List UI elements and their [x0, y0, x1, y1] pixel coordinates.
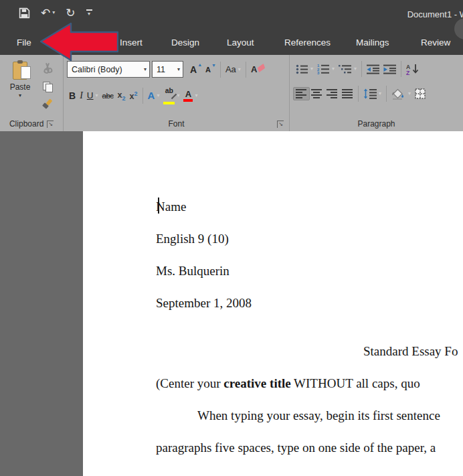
font-group: Calibri (Body) ▾ 11 ▾ A ▲ A ▼ Aa — [63, 55, 289, 131]
bullets-button[interactable]: ▾ — [294, 63, 315, 76]
line-spacing-button[interactable]: ▾ — [361, 87, 383, 100]
doc-line-date: September 1, 2008 — [156, 296, 252, 311]
text-effects-button[interactable]: A ▾ — [146, 88, 162, 102]
repeat-button[interactable]: ↻ — [66, 7, 75, 19]
borders-button[interactable] — [413, 87, 428, 100]
justify-icon — [342, 89, 353, 98]
save-icon — [19, 7, 30, 19]
paragraph-label-text: Paragraph — [357, 119, 395, 129]
save-button[interactable] — [19, 7, 30, 19]
increase-indent-icon — [383, 64, 396, 74]
increase-indent-button[interactable] — [381, 63, 398, 76]
customize-quick-access-button[interactable]: ▾ — [86, 9, 92, 17]
font-group-label: Font — [64, 119, 289, 129]
clipboard-dialog-launcher[interactable]: ↘ — [47, 121, 54, 128]
window-title: Document1 - W — [407, 9, 463, 19]
doc-line-class: English 9 (10) — [156, 232, 229, 246]
tab-review[interactable]: Review — [421, 37, 450, 48]
highlight-color-button[interactable]: ab ▾ — [161, 86, 181, 106]
copy-button[interactable] — [40, 80, 55, 93]
tab-insert[interactable]: Insert — [120, 37, 143, 48]
doc-line-name: Name — [156, 200, 186, 214]
font-size-value: 11 — [157, 65, 165, 74]
bold-button[interactable]: B — [67, 89, 78, 102]
font-row-2: B I U ▾ abc x2 x2 A ▾ — [67, 86, 199, 106]
align-left-icon — [296, 89, 307, 98]
underline-button[interactable]: U ▾ — [85, 89, 100, 102]
bold-icon: B — [69, 90, 76, 101]
decrease-indent-button[interactable] — [365, 63, 381, 76]
align-center-button[interactable] — [309, 88, 325, 100]
format-painter-icon — [42, 99, 53, 110]
document-page[interactable]: Name English 9 (10) Ms. Bulquerin Septem… — [83, 131, 463, 476]
font-size-combo[interactable]: 11 ▾ — [152, 61, 183, 78]
ribbon-tab-row: File Insert Design Layout References Mai… — [0, 25, 463, 55]
divider — [386, 86, 387, 102]
align-right-icon — [327, 89, 338, 98]
subscript-icon: x2 — [118, 90, 126, 102]
font-color-button[interactable]: A ▾ — [181, 88, 199, 103]
grow-font-button[interactable]: A ▲ — [188, 63, 203, 76]
paste-clipboard-icon — [13, 62, 27, 80]
change-case-dropdown-icon: ▾ — [238, 67, 241, 72]
multilevel-list-button[interactable]: ▾ — [337, 63, 359, 76]
numbering-icon: 1 2 3 — [317, 64, 330, 74]
font-dialog-launcher[interactable]: ↘ — [277, 121, 284, 128]
cut-button[interactable] — [40, 62, 55, 75]
quick-access-toolbar: ↶ ▾ ↻ ▾ — [19, 4, 92, 21]
numbering-button[interactable]: 1 2 3 ▾ — [315, 62, 337, 76]
shading-button[interactable]: ▾ — [389, 87, 413, 101]
superscript-button[interactable]: x2 — [128, 89, 140, 102]
divider — [401, 61, 401, 77]
change-case-button[interactable]: Aa ▾ — [223, 63, 243, 76]
center-prefix: (Center your — [156, 376, 223, 390]
clipboard-label-text: Clipboard — [9, 119, 43, 129]
sort-icon: A Z — [406, 64, 420, 75]
subscript-button[interactable]: x2 — [116, 89, 128, 103]
align-center-icon — [311, 89, 322, 98]
tab-design[interactable]: Design — [171, 37, 199, 48]
doc-line-body-1: When typing your essay, begin its first … — [197, 408, 440, 423]
line-spacing-icon — [363, 88, 377, 99]
shrink-font-icon: A — [205, 66, 211, 74]
format-painter-button[interactable] — [40, 98, 55, 111]
tab-file[interactable]: File — [17, 37, 31, 48]
paste-button[interactable]: Paste ▾ — [5, 60, 35, 112]
copy-icon — [43, 82, 52, 92]
font-row-1: Calibri (Body) ▾ 11 ▾ A ▲ A ▼ Aa — [67, 61, 264, 78]
borders-icon — [415, 88, 426, 99]
doc-line-center-instruction: (Center your creative title WITHOUT all … — [156, 376, 420, 391]
tab-mailings[interactable]: Mailings — [356, 37, 389, 48]
clear-formatting-icon: A — [251, 64, 262, 74]
line-spacing-dropdown-icon: ▾ — [379, 91, 381, 96]
paste-label: Paste — [10, 82, 31, 92]
underline-dropdown-icon: ▾ — [96, 93, 98, 98]
text-effects-dropdown-icon: ▾ — [157, 93, 159, 98]
font-color-dropdown-icon: ▾ — [195, 93, 197, 98]
shrink-font-button[interactable]: A ▼ — [203, 64, 217, 75]
font-color-icon: A — [183, 90, 193, 102]
justify-button[interactable] — [340, 88, 355, 100]
font-label-text: Font — [168, 119, 184, 129]
shading-dropdown-icon: ▾ — [408, 91, 411, 96]
align-right-button[interactable] — [325, 88, 340, 100]
paragraph-row-1: ▾ 1 2 3 ▾ ▾ — [294, 61, 422, 77]
numbering-dropdown-icon: ▾ — [332, 66, 335, 72]
center-bold: creative title — [223, 376, 290, 390]
tab-references[interactable]: References — [284, 37, 331, 48]
sort-button[interactable]: A Z — [404, 62, 422, 76]
paragraph-group-label: Paragraph — [290, 119, 463, 129]
italic-button[interactable]: I — [78, 89, 85, 102]
strikethrough-button[interactable]: abc — [100, 90, 116, 101]
undo-button[interactable]: ↶ ▾ — [41, 7, 55, 19]
font-name-combo[interactable]: Calibri (Body) ▾ — [67, 61, 150, 78]
svg-text:Z: Z — [406, 69, 409, 75]
customize-toolbar-icon: ▾ — [86, 9, 92, 17]
tab-layout[interactable]: Layout — [227, 37, 254, 48]
align-left-button[interactable] — [294, 88, 309, 100]
svg-text:3: 3 — [317, 71, 320, 74]
clear-formatting-button[interactable]: A — [249, 63, 264, 76]
text-effects-icon: A — [148, 90, 155, 101]
highlight-dropdown-icon: ▾ — [177, 93, 179, 98]
change-case-icon: Aa — [225, 64, 236, 74]
